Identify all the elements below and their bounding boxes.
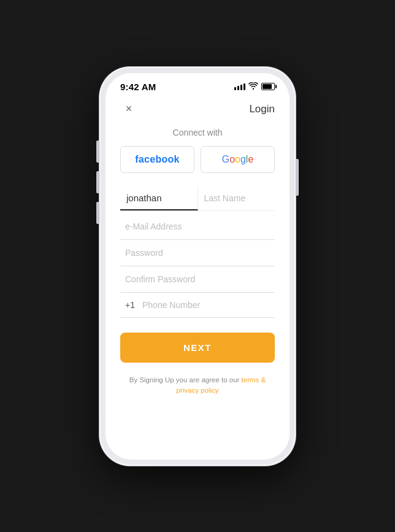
form-content: × Login Connect with facebook Google	[105, 96, 290, 460]
first-name-input[interactable]	[120, 187, 198, 209]
name-row	[120, 187, 275, 211]
last-name-field	[198, 187, 275, 210]
google-button[interactable]: Google	[201, 146, 275, 173]
first-name-field	[120, 187, 198, 210]
password-field	[120, 240, 275, 266]
connect-label: Connect with	[120, 128, 275, 137]
confirm-password-input[interactable]	[125, 274, 270, 284]
wifi-icon	[248, 82, 258, 91]
terms-text: By Signing Up you are agree to our terms…	[120, 375, 275, 396]
country-code: +1	[125, 300, 135, 310]
status-icons	[234, 82, 275, 91]
google-label: Google	[222, 154, 254, 165]
password-input[interactable]	[125, 248, 270, 258]
facebook-button[interactable]: facebook	[120, 146, 194, 173]
terms-prefix: By Signing Up you are agree to our	[129, 376, 242, 384]
header-row: × Login	[120, 96, 275, 128]
battery-icon	[261, 83, 275, 90]
close-button[interactable]: ×	[120, 101, 137, 118]
status-time: 9:42 AM	[120, 82, 156, 92]
social-buttons: facebook Google	[120, 146, 275, 173]
signal-icon	[234, 83, 245, 90]
phone-field: +1	[120, 293, 275, 318]
phone-screen: 9:42 AM	[105, 73, 290, 460]
login-label: Login	[249, 103, 275, 115]
phone-device: 9:42 AM	[99, 67, 296, 466]
screen-content: 9:42 AM	[105, 73, 290, 460]
facebook-label: facebook	[135, 154, 180, 165]
status-bar: 9:42 AM	[105, 73, 290, 96]
email-input[interactable]	[125, 222, 270, 231]
email-field	[120, 214, 275, 240]
phone-input[interactable]	[142, 300, 270, 310]
confirm-password-field	[120, 266, 275, 293]
last-name-input[interactable]	[198, 187, 275, 209]
next-button[interactable]: NEXT	[120, 333, 275, 363]
